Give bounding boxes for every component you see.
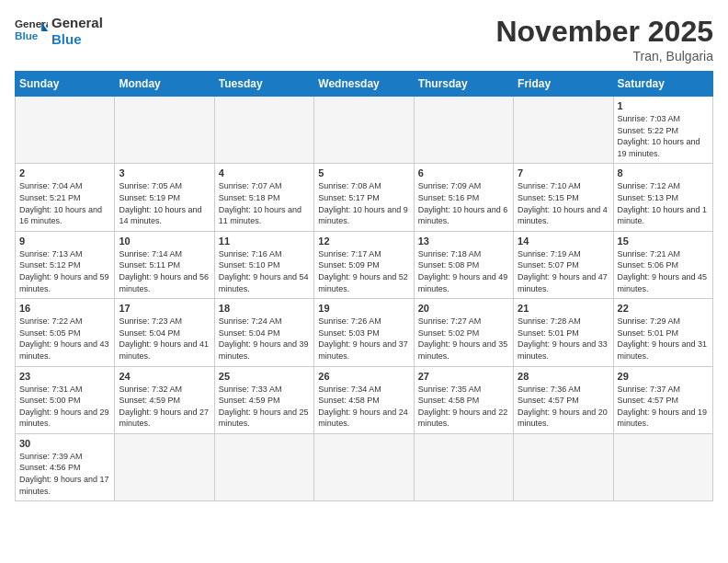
- day-info: Sunrise: 7:04 AMSunset: 5:21 PMDaylight:…: [19, 180, 110, 226]
- day-number: 6: [418, 167, 509, 178]
- day-number: 21: [518, 303, 609, 314]
- calendar-cell: 15Sunrise: 7:21 AMSunset: 5:06 PMDayligh…: [613, 231, 712, 298]
- calendar-cell: [414, 97, 513, 164]
- calendar-cell: 29Sunrise: 7:37 AMSunset: 4:57 PMDayligh…: [613, 366, 712, 433]
- day-number: 29: [618, 371, 709, 382]
- calendar-cell: [514, 433, 613, 500]
- calendar-cell: 3Sunrise: 7:05 AMSunset: 5:19 PMDaylight…: [115, 164, 214, 231]
- page-header: General Blue General Blue November 2025 …: [15, 15, 713, 63]
- day-info: Sunrise: 7:14 AMSunset: 5:11 PMDaylight:…: [119, 248, 210, 294]
- calendar-cell: 18Sunrise: 7:24 AMSunset: 5:04 PMDayligh…: [214, 299, 313, 366]
- calendar-cell: [16, 97, 115, 164]
- calendar-cell: [514, 97, 613, 164]
- calendar-cell: [214, 97, 313, 164]
- day-info: Sunrise: 7:36 AMSunset: 4:57 PMDaylight:…: [518, 384, 609, 430]
- day-info: Sunrise: 7:37 AMSunset: 4:57 PMDaylight:…: [618, 384, 709, 430]
- calendar-week-row: 2Sunrise: 7:04 AMSunset: 5:21 PMDaylight…: [16, 164, 713, 231]
- day-info: Sunrise: 7:10 AMSunset: 5:15 PMDaylight:…: [518, 180, 609, 226]
- location-subtitle: Tran, Bulgaria: [495, 49, 713, 63]
- day-number: 16: [19, 303, 110, 314]
- calendar-cell: 24Sunrise: 7:32 AMSunset: 4:59 PMDayligh…: [115, 366, 214, 433]
- calendar-week-row: 30Sunrise: 7:39 AMSunset: 4:56 PMDayligh…: [16, 433, 713, 500]
- day-number: 13: [418, 236, 509, 247]
- calendar-cell: [314, 97, 414, 164]
- calendar-cell: 20Sunrise: 7:27 AMSunset: 5:02 PMDayligh…: [414, 299, 513, 366]
- calendar-cell: [414, 433, 513, 500]
- calendar-table: SundayMondayTuesdayWednesdayThursdayFrid…: [15, 71, 713, 501]
- day-info: Sunrise: 7:35 AMSunset: 4:58 PMDaylight:…: [418, 384, 509, 430]
- day-info: Sunrise: 7:32 AMSunset: 4:59 PMDaylight:…: [119, 384, 210, 430]
- day-info: Sunrise: 7:24 AMSunset: 5:04 PMDaylight:…: [219, 316, 310, 362]
- day-number: 25: [219, 371, 310, 382]
- day-number: 8: [618, 167, 709, 178]
- weekday-header-thursday: Thursday: [414, 72, 513, 97]
- calendar-cell: 7Sunrise: 7:10 AMSunset: 5:15 PMDaylight…: [514, 164, 613, 231]
- calendar-cell: 9Sunrise: 7:13 AMSunset: 5:12 PMDaylight…: [16, 231, 115, 298]
- calendar-cell: 13Sunrise: 7:18 AMSunset: 5:08 PMDayligh…: [414, 231, 513, 298]
- calendar-cell: [214, 433, 313, 500]
- day-number: 20: [418, 303, 509, 314]
- day-number: 2: [19, 167, 110, 178]
- day-number: 23: [19, 371, 110, 382]
- day-info: Sunrise: 7:03 AMSunset: 5:22 PMDaylight:…: [618, 113, 709, 159]
- day-info: Sunrise: 7:16 AMSunset: 5:10 PMDaylight:…: [219, 248, 310, 294]
- calendar-cell: 28Sunrise: 7:36 AMSunset: 4:57 PMDayligh…: [514, 366, 613, 433]
- day-info: Sunrise: 7:29 AMSunset: 5:01 PMDaylight:…: [618, 316, 709, 362]
- calendar-cell: 17Sunrise: 7:23 AMSunset: 5:04 PMDayligh…: [115, 299, 214, 366]
- calendar-cell: 16Sunrise: 7:22 AMSunset: 5:05 PMDayligh…: [16, 299, 115, 366]
- calendar-cell: 11Sunrise: 7:16 AMSunset: 5:10 PMDayligh…: [214, 231, 313, 298]
- calendar-cell: 2Sunrise: 7:04 AMSunset: 5:21 PMDaylight…: [16, 164, 115, 231]
- calendar-cell: 10Sunrise: 7:14 AMSunset: 5:11 PMDayligh…: [115, 231, 214, 298]
- day-number: 9: [19, 236, 110, 247]
- calendar-cell: [613, 433, 712, 500]
- calendar-week-row: 16Sunrise: 7:22 AMSunset: 5:05 PMDayligh…: [16, 299, 713, 366]
- day-number: 27: [418, 371, 509, 382]
- calendar-cell: 8Sunrise: 7:12 AMSunset: 5:13 PMDaylight…: [613, 164, 712, 231]
- day-info: Sunrise: 7:23 AMSunset: 5:04 PMDaylight:…: [119, 316, 210, 362]
- day-info: Sunrise: 7:12 AMSunset: 5:13 PMDaylight:…: [618, 180, 709, 226]
- day-number: 28: [518, 371, 609, 382]
- day-number: 30: [19, 438, 110, 449]
- day-info: Sunrise: 7:07 AMSunset: 5:18 PMDaylight:…: [219, 180, 310, 226]
- day-number: 14: [518, 236, 609, 247]
- day-info: Sunrise: 7:31 AMSunset: 5:00 PMDaylight:…: [19, 384, 110, 430]
- weekday-header-friday: Friday: [514, 72, 613, 97]
- calendar-cell: 5Sunrise: 7:08 AMSunset: 5:17 PMDaylight…: [314, 164, 414, 231]
- calendar-cell: 25Sunrise: 7:33 AMSunset: 4:59 PMDayligh…: [214, 366, 313, 433]
- calendar-cell: 19Sunrise: 7:26 AMSunset: 5:03 PMDayligh…: [314, 299, 414, 366]
- calendar-cell: 12Sunrise: 7:17 AMSunset: 5:09 PMDayligh…: [314, 231, 414, 298]
- day-number: 18: [219, 303, 310, 314]
- weekday-header-tuesday: Tuesday: [214, 72, 313, 97]
- weekday-header-wednesday: Wednesday: [314, 72, 414, 97]
- weekday-header-saturday: Saturday: [613, 72, 712, 97]
- day-info: Sunrise: 7:27 AMSunset: 5:02 PMDaylight:…: [418, 316, 509, 362]
- day-number: 3: [119, 167, 210, 178]
- day-number: 11: [219, 236, 310, 247]
- day-info: Sunrise: 7:26 AMSunset: 5:03 PMDaylight:…: [318, 316, 409, 362]
- day-number: 12: [318, 236, 409, 247]
- day-number: 22: [618, 303, 709, 314]
- day-info: Sunrise: 7:05 AMSunset: 5:19 PMDaylight:…: [119, 180, 210, 226]
- day-info: Sunrise: 7:08 AMSunset: 5:17 PMDaylight:…: [318, 180, 409, 226]
- day-number: 15: [618, 236, 709, 247]
- day-info: Sunrise: 7:28 AMSunset: 5:01 PMDaylight:…: [518, 316, 609, 362]
- day-info: Sunrise: 7:34 AMSunset: 4:58 PMDaylight:…: [318, 384, 409, 430]
- calendar-cell: 30Sunrise: 7:39 AMSunset: 4:56 PMDayligh…: [16, 433, 115, 500]
- calendar-week-row: 1Sunrise: 7:03 AMSunset: 5:22 PMDaylight…: [16, 97, 713, 164]
- logo-general: General: [51, 15, 103, 31]
- day-info: Sunrise: 7:19 AMSunset: 5:07 PMDaylight:…: [518, 248, 609, 294]
- calendar-cell: 14Sunrise: 7:19 AMSunset: 5:07 PMDayligh…: [514, 231, 613, 298]
- day-number: 5: [318, 167, 409, 178]
- calendar-cell: 23Sunrise: 7:31 AMSunset: 5:00 PMDayligh…: [16, 366, 115, 433]
- day-info: Sunrise: 7:09 AMSunset: 5:16 PMDaylight:…: [418, 180, 509, 226]
- calendar-cell: 1Sunrise: 7:03 AMSunset: 5:22 PMDaylight…: [613, 97, 712, 164]
- day-number: 17: [119, 303, 210, 314]
- weekday-header-sunday: Sunday: [16, 72, 115, 97]
- day-info: Sunrise: 7:17 AMSunset: 5:09 PMDaylight:…: [318, 248, 409, 294]
- day-number: 10: [119, 236, 210, 247]
- day-info: Sunrise: 7:39 AMSunset: 4:56 PMDaylight:…: [19, 451, 110, 497]
- day-number: 1: [618, 100, 709, 111]
- calendar-header-row: SundayMondayTuesdayWednesdayThursdayFrid…: [16, 72, 713, 97]
- calendar-cell: [115, 433, 214, 500]
- day-number: 19: [318, 303, 409, 314]
